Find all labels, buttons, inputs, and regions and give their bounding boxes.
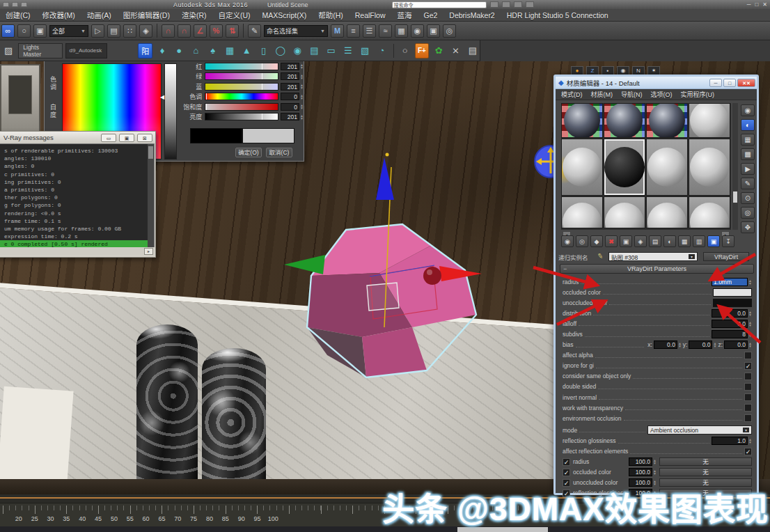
video-color-check-icon[interactable]: ▶ xyxy=(741,163,755,175)
radius-spinner[interactable]: 1.0mm xyxy=(712,278,748,286)
map-enable-checkbox[interactable] xyxy=(563,469,570,476)
unlink-selection-icon[interactable]: ○ xyxy=(17,24,31,38)
spinner-arrows[interactable]: ▲▼ xyxy=(300,63,304,69)
light-balloon-icon[interactable]: ♦ xyxy=(155,43,169,58)
map-amount-spinner[interactable]: 100.0 xyxy=(629,457,652,466)
marble-pillar-left[interactable] xyxy=(136,324,198,483)
slider-track[interactable] xyxy=(205,63,278,70)
spinner-arrows[interactable]: ▲▼ xyxy=(748,438,752,444)
unoccluded-color-swatch[interactable] xyxy=(713,299,752,307)
cone-tool-icon[interactable]: ▲ xyxy=(239,43,253,58)
infocenter-icon[interactable] xyxy=(490,1,498,8)
material-sample-slot[interactable] xyxy=(646,139,688,196)
slider-marker[interactable] xyxy=(262,84,262,90)
search-input[interactable]: 搜索命令 xyxy=(392,1,487,8)
menu-item[interactable]: 动画(A) xyxy=(87,10,111,20)
sphere-tool-icon[interactable]: ● xyxy=(172,43,186,58)
door-tool-icon[interactable]: ▯ xyxy=(256,43,270,58)
toolbar-layer-field[interactable]: d9_Autodesk xyxy=(65,43,107,58)
param-checkbox[interactable] xyxy=(744,362,752,370)
go-to-parent-icon[interactable]: ↧ xyxy=(722,235,734,247)
tools-wrench-icon[interactable]: ⨯ xyxy=(448,43,462,58)
spinner-arrows[interactable]: ▲▼ xyxy=(653,459,657,464)
title-bar[interactable]: Autodesk 3ds Max 2016 Untitled Scene 搜索命… xyxy=(0,0,770,9)
render-production-icon[interactable]: ◎ xyxy=(443,24,456,38)
sample-uv-tiling-icon[interactable]: ▩ xyxy=(741,148,755,160)
floorgenerator-icon[interactable]: F+ xyxy=(415,43,429,58)
map-enable-checkbox[interactable] xyxy=(563,458,570,466)
slider-value-field[interactable]: 0 xyxy=(281,103,299,111)
slider-marker[interactable] xyxy=(206,104,207,110)
spinner-arrows[interactable]: ▲▼ xyxy=(300,114,304,120)
window-crossing-icon[interactable]: ◈ xyxy=(139,24,152,38)
material-sample-slot[interactable] xyxy=(646,196,688,228)
show-background-icon[interactable]: ▦ xyxy=(678,235,691,247)
whiteness-marker-icon[interactable]: ◀ xyxy=(160,94,164,100)
material-map-navigator-icon[interactable]: ✥ xyxy=(741,221,755,233)
slider-marker[interactable] xyxy=(206,93,207,100)
layer-manager-icon[interactable]: ☰ xyxy=(363,24,376,38)
schematic-view-icon[interactable]: ▦ xyxy=(395,24,408,38)
material-sample-slot[interactable] xyxy=(689,196,730,228)
vraydirt-parameters-rollout[interactable]: − VRayDirt Parameters xyxy=(560,264,754,274)
menu-item[interactable]: 渲染(R) xyxy=(182,10,207,20)
eye-tool-icon[interactable]: ◔ xyxy=(375,43,388,58)
menu-item[interactable]: HDR Light Studio 5 Connection xyxy=(507,11,608,19)
percent-snap-icon[interactable]: % xyxy=(210,24,223,38)
select-by-name-icon[interactable]: ▤ xyxy=(107,24,120,38)
panel-tool-icon[interactable]: ▤ xyxy=(307,43,321,58)
bias-y-spinner[interactable]: 0.0 xyxy=(689,341,712,349)
rollout-collapse-icon[interactable]: − xyxy=(563,265,567,274)
lightbulb-icon[interactable]: ○ xyxy=(398,43,412,58)
reflection-glossiness-spinner[interactable]: 1.0 xyxy=(712,437,748,445)
show-shaded-material-in-viewport-icon[interactable]: ▣ xyxy=(707,235,720,247)
menu-item[interactable]: 蓝海 xyxy=(398,10,412,20)
map-slot-button[interactable]: 无 xyxy=(659,457,752,466)
spinner-arrows[interactable]: ▲▼ xyxy=(748,279,752,285)
quick-access-save-icon[interactable] xyxy=(3,2,9,7)
menu-item[interactable]: Ge2 xyxy=(424,11,438,19)
cancel-button[interactable]: 取消(C) xyxy=(266,148,292,157)
whiteness-slider[interactable] xyxy=(164,63,177,159)
menu-item[interactable]: 选项(O) xyxy=(651,90,673,99)
rectangular-region-icon[interactable]: ∷ xyxy=(123,24,136,38)
options-icon[interactable]: ⊙ xyxy=(741,192,755,204)
minimize-button[interactable]: ─ xyxy=(709,79,722,87)
spinner-arrows[interactable]: ▲▼ xyxy=(748,342,752,347)
edit-named-selection-sets-icon[interactable]: ✎ xyxy=(248,24,261,38)
slider-marker[interactable] xyxy=(262,63,262,70)
slider-value-field[interactable]: 201 xyxy=(281,63,299,70)
map-amount-spinner[interactable]: 100.0 xyxy=(629,468,652,476)
target-tool-icon[interactable]: ◉ xyxy=(290,43,304,58)
material-sample-slot[interactable] xyxy=(604,103,645,138)
rendered-frame-window-icon[interactable]: ▣ xyxy=(427,24,440,38)
maximize-button[interactable]: □ xyxy=(755,1,758,8)
material-sample-slot[interactable] xyxy=(561,103,603,138)
close-button[interactable]: ✕ xyxy=(762,1,767,8)
material-name-dropdown[interactable]: 贴图 #308 ▾ xyxy=(608,252,698,261)
eyedropper-icon[interactable]: ✎ xyxy=(597,252,609,262)
menu-item[interactable]: 材质(M) xyxy=(591,90,613,99)
slider-value-field[interactable]: 201 xyxy=(281,83,299,91)
monitor-tool-icon[interactable]: ▭ xyxy=(324,43,338,58)
vray-messages-window[interactable]: V-Ray messages ▭ ▣ ⊠ s of renderable pri… xyxy=(0,131,156,258)
put-to-library-icon[interactable]: ▤ xyxy=(649,235,661,247)
select-object-icon[interactable]: ▷ xyxy=(91,24,104,38)
log-expand-icon[interactable]: ▸ xyxy=(144,248,153,255)
maximize-button[interactable]: □ xyxy=(723,79,736,87)
affect-reflection-checkbox[interactable] xyxy=(744,448,752,455)
slider-marker[interactable] xyxy=(262,73,262,79)
bind-to-space-warp-icon[interactable]: ▣ xyxy=(33,24,47,38)
menu-item[interactable]: 导航(N) xyxy=(621,90,643,99)
spinner-arrows[interactable]: ▲▼ xyxy=(300,104,304,109)
list-tool-icon[interactable]: ☰ xyxy=(341,43,355,58)
window-controls[interactable]: ─ □ ✕ xyxy=(747,1,767,8)
tree-tool-icon[interactable]: ♠ xyxy=(206,43,220,58)
log-scrollbar[interactable] xyxy=(148,144,154,248)
house-tool-icon[interactable]: ⌂ xyxy=(189,43,203,58)
spinner-arrows[interactable]: ▲▼ xyxy=(300,94,304,100)
param-checkbox[interactable] xyxy=(744,352,752,359)
material-type-button[interactable]: VRayDirt xyxy=(703,252,749,261)
menu-item[interactable]: MAXScript(X) xyxy=(262,11,307,19)
spinner-snap-icon[interactable]: ⇅ xyxy=(226,24,239,38)
